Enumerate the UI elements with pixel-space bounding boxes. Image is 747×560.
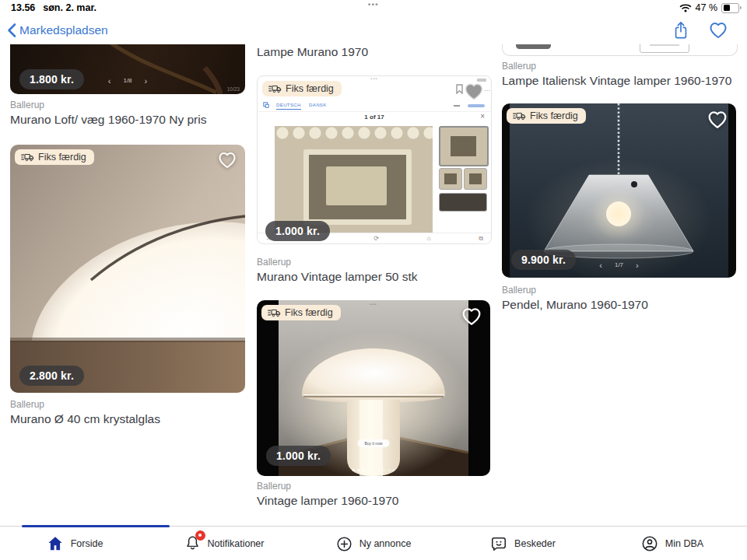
fiks-faerdig-badge: Fiks færdig: [507, 108, 586, 124]
inner-more-icon: ⋯: [484, 87, 490, 94]
favorite-heart-icon[interactable]: [463, 82, 485, 102]
profile-icon: [641, 535, 658, 552]
listing-title[interactable]: Vintage lamper 1960-1970: [257, 494, 398, 508]
fiks-faerdig-badge: Fiks færdig: [261, 305, 341, 320]
inner-close-icon: ×: [480, 112, 485, 121]
photo-dots: •••: [370, 302, 377, 306]
inner-thumbnail: [439, 193, 487, 212]
bookmark-icon: [456, 84, 463, 94]
price-badge: 1.800 kr.: [19, 69, 84, 89]
status-date: søn. 2. mar.: [43, 2, 96, 13]
inner-thumbnail: [439, 168, 462, 190]
inner-link-text: [468, 104, 485, 107]
listing-title[interactable]: Murano Loft/ væg 1960-1970 Ny pris: [10, 113, 206, 127]
inner-thumbnail: [464, 168, 487, 190]
partial-outline-button: [640, 44, 689, 53]
fiks-faerdig-badge: Fiks færdig: [262, 81, 342, 96]
inner-main-photo: [275, 126, 433, 233]
photo-dot-pager: [352, 469, 395, 471]
inner-tab-deutsch: DEUTSCH: [276, 103, 301, 110]
listing-title[interactable]: Murano Vintage lamper 50 stk: [257, 270, 418, 284]
buy-it-now-button[interactable]: Buy it now: [357, 439, 389, 447]
status-bar: 13.56 søn. 2. mar. ••• 47 %: [0, 0, 747, 16]
price-badge: 1.000 kr.: [265, 221, 330, 241]
price-badge: 2.800 kr.: [19, 366, 84, 386]
fiks-faerdig-label: Fiks færdig: [285, 307, 333, 318]
carousel-next-icon[interactable]: ›: [636, 262, 639, 268]
favorite-heart-icon[interactable]: [707, 110, 728, 130]
lamp-photo: [10, 145, 245, 393]
listing-location: Ballerup: [10, 399, 44, 410]
listing-title[interactable]: Lampe Murano 1970: [257, 45, 368, 59]
translate-icon: [263, 102, 269, 108]
fiks-faerdig-label: Fiks færdig: [38, 152, 86, 163]
carousel-prev-icon[interactable]: ‹: [599, 262, 602, 268]
truck-icon: [268, 308, 281, 317]
active-tab-indicator: [22, 525, 170, 527]
listing-title[interactable]: Lampe Italiensk Vintage lamper 1960-1970: [502, 74, 731, 88]
listing-card-vintage-lamper[interactable]: ••• Fiks færdig Buy it now 1.000 kr.: [257, 300, 490, 476]
tab-label: Notifikationer: [208, 538, 265, 549]
listing-card-pendel-murano[interactable]: Fiks færdig 9.900 kr. ‹ 1/7 ›: [502, 103, 736, 278]
tab-label: Forside: [71, 538, 103, 549]
carousel-page: 1/7: [615, 261, 623, 268]
plus-circle-icon: [336, 536, 352, 552]
inner-thumbnail: [439, 126, 489, 166]
listing-title[interactable]: Murano Ø 40 cm krystalglas: [10, 412, 160, 426]
favorite-heart-icon[interactable]: [217, 151, 237, 170]
price-badge: 1.000 kr.: [266, 446, 331, 466]
tab-label: Min DBA: [665, 538, 703, 549]
favorites-heart-icon[interactable]: [708, 21, 728, 40]
truck-icon: [268, 84, 282, 93]
battery-percent: 47 %: [696, 2, 718, 13]
listing-card-italiensk-partial[interactable]: [502, 44, 738, 56]
carousel-prev-icon[interactable]: ‹: [108, 78, 111, 84]
tab-ny-annonce[interactable]: Ny annonce: [299, 527, 448, 560]
tab-label: Beskeder: [514, 538, 556, 549]
tab-min-dba[interactable]: Min DBA: [598, 527, 747, 560]
listing-card-murano-krystalglas[interactable]: Fiks færdig 2.800 kr.: [10, 145, 245, 393]
inner-photo-counter: 1 of 17: [258, 114, 491, 121]
chat-smiley-icon: [490, 535, 507, 552]
fiks-faerdig-badge: Fiks færdig: [15, 149, 94, 165]
battery-icon: [721, 3, 739, 13]
nav-bar: Markedspladsen: [0, 16, 747, 45]
fiks-faerdig-label: Fiks færdig: [286, 83, 334, 94]
back-button[interactable]: Markedspladsen: [6, 23, 108, 38]
tab-beskeder[interactable]: Beskeder: [448, 527, 598, 560]
inner-multitask-dots: •••: [370, 76, 377, 81]
bottom-tab-bar: Forside Notifikationer Ny annonce: [0, 526, 747, 560]
tab-forside[interactable]: Forside: [0, 527, 149, 560]
inner-minimize: [454, 105, 460, 107]
listing-location: Ballerup: [502, 285, 536, 296]
listing-location: Ballerup: [10, 100, 44, 110]
home-icon: [47, 536, 64, 551]
carousel-page: 1/8: [123, 77, 132, 84]
partial-dark-pill: [516, 44, 551, 49]
tab-notifikationer[interactable]: Notifikationer: [149, 527, 299, 560]
listing-grid: 1.800 kr. ‹ 1/8 › 10/23 Ballerup Murano …: [0, 44, 747, 526]
favorite-heart-icon[interactable]: [461, 306, 482, 327]
truck-icon: [21, 152, 34, 162]
listing-card-murano-50stk[interactable]: ••• DEUTSCH DANSK 1 of 17 ×: [257, 75, 492, 244]
wifi-icon: [679, 3, 692, 12]
listing-title[interactable]: Pendel, Murano 1960-1970: [502, 298, 648, 312]
app-screen: 13.56 søn. 2. mar. ••• 47 % Markedsplads…: [0, 0, 747, 560]
notification-badge: [195, 530, 205, 541]
status-time: 13.56: [11, 2, 35, 13]
photo-counter: 10/23: [227, 86, 240, 92]
listing-card-murano-loft[interactable]: 1.800 kr. ‹ 1/8 › 10/23: [10, 44, 245, 94]
price-badge: 9.900 kr.: [511, 250, 576, 270]
truck-icon: [513, 111, 526, 121]
back-label: Markedspladsen: [19, 23, 108, 37]
listing-location: Ballerup: [257, 257, 291, 268]
share-icon[interactable]: [672, 21, 689, 40]
multitask-dots: •••: [368, 1, 379, 9]
listing-location: Ballerup: [502, 61, 536, 72]
listing-location: Ballerup: [257, 481, 291, 492]
inner-tab-dansk: DANSK: [309, 103, 327, 107]
back-chevron-icon: [6, 23, 17, 38]
inner-translate-bar: DEUTSCH DANSK: [258, 100, 491, 112]
carousel-next-icon[interactable]: ›: [145, 78, 148, 84]
fiks-faerdig-label: Fiks færdig: [530, 110, 578, 121]
